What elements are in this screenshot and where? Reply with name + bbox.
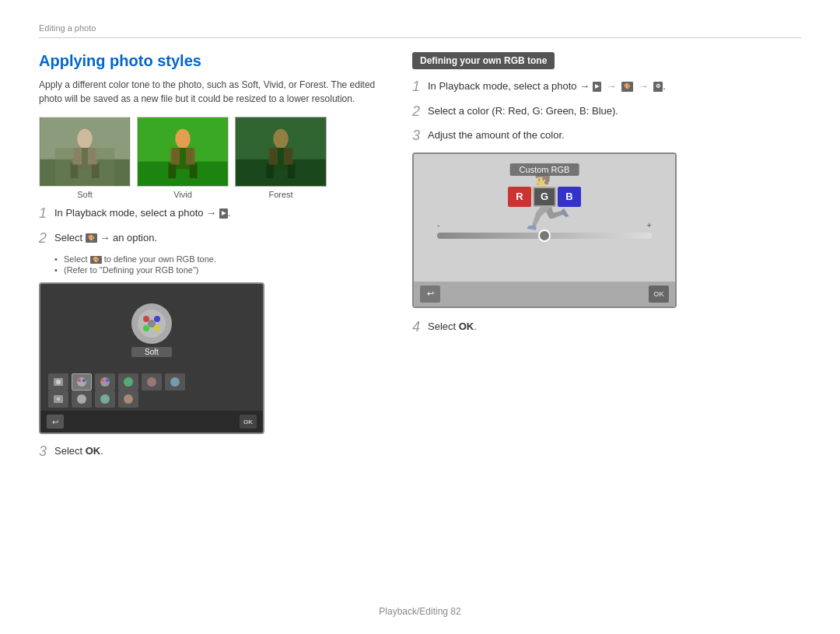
svg-rect-15 — [170, 148, 180, 165]
left-step-3: 3 Select OK. — [39, 443, 381, 461]
palette-area: Soft — [131, 303, 172, 357]
slider-minus: - — [437, 220, 440, 229]
photo-forest-label: Forest — [268, 190, 292, 199]
palette-icon-large — [131, 303, 172, 344]
slider-plus: + — [647, 220, 652, 229]
svg-rect-21 — [266, 163, 274, 179]
cam-bottom-bar: ↩ OK — [40, 411, 263, 433]
svg-rect-8 — [88, 148, 97, 165]
playback-icon-right: ▶ — [593, 82, 601, 92]
bullet-list: Select 🎨 to define your own RGB tone. (R… — [54, 254, 381, 275]
right-step-text-2: Select a color (R: Red, G: Green, B: Blu… — [428, 103, 618, 119]
svg-point-40 — [147, 377, 156, 387]
cam-icon-forest — [118, 373, 138, 391]
icon-row-bottom — [48, 391, 255, 408]
svg-rect-24 — [284, 148, 293, 165]
svg-point-39 — [124, 377, 133, 387]
right-step-1: 1 In Playback mode, select a photo → ▶ →… — [412, 79, 801, 96]
rgb-buttons-row: R G B — [508, 187, 581, 207]
ok-label-left: OK — [86, 445, 101, 457]
svg-point-30 — [148, 320, 156, 328]
cam-icon-b3 — [95, 391, 115, 408]
right-step-text-3: Adjust the amount of the color. — [428, 128, 565, 143]
photo-soft: Soft — [39, 117, 131, 199]
cam-icon-b4 — [118, 391, 138, 408]
cam-back-button[interactable]: ↩ — [47, 415, 64, 429]
rgb-button-b[interactable]: B — [558, 187, 581, 207]
rgb-back-button[interactable]: ↩ — [420, 285, 440, 303]
camera-ui-left: Soft — [39, 282, 264, 434]
rgb-cam-bottom-bar: ↩ OK — [414, 282, 675, 306]
step-text-3: Select OK. — [54, 443, 103, 459]
right-step-num-3: 3 — [412, 128, 425, 145]
photo-vivid-label: Vivid — [173, 190, 192, 199]
step-num-1: 1 — [39, 205, 51, 222]
svg-point-11 — [175, 129, 191, 149]
rgb-slider-labels: - + — [437, 220, 652, 229]
rgb-slider-track[interactable] — [437, 233, 652, 239]
svg-point-19 — [273, 129, 289, 149]
playback-icon-1: ▶ — [219, 208, 228, 219]
rgb-button-g[interactable]: G — [533, 187, 556, 207]
camera-ui-inner: Soft — [40, 284, 263, 433]
photo-forest-box — [235, 117, 327, 187]
svg-point-41 — [170, 377, 180, 387]
svg-point-46 — [124, 394, 133, 404]
svg-rect-14 — [190, 163, 198, 179]
svg-rect-6 — [92, 163, 100, 179]
right-step-num-4: 4 — [412, 319, 425, 336]
right-step-4: 4 Select OK. — [412, 319, 801, 336]
step-text-2: Select 🎨 → an option. — [54, 230, 157, 246]
svg-rect-13 — [168, 163, 176, 179]
svg-point-45 — [100, 394, 110, 404]
palette-label: Soft — [131, 347, 172, 357]
cam-ok-button[interactable]: OK — [240, 415, 257, 429]
bullet-item-1: Select 🎨 to define your own RGB tone. — [54, 254, 381, 264]
svg-point-34 — [78, 379, 81, 382]
svg-rect-5 — [70, 163, 78, 179]
right-step-text-4: Select OK. — [428, 319, 477, 335]
rgb-title-bar: Custom RGB — [510, 163, 579, 176]
right-step-num-2: 2 — [412, 103, 425, 121]
bullet-item-2: (Refer to "Defining your RGB tone") — [54, 265, 381, 275]
right-step-num-1: 1 — [412, 79, 425, 96]
photo-soft-label: Soft — [77, 190, 93, 199]
cam-icon-b1 — [48, 391, 68, 408]
right-step-text-1: In Playback mode, select a photo → ▶ → 🎨… — [428, 79, 666, 94]
photo-soft-box — [39, 117, 131, 187]
arrow-1: → — [606, 80, 619, 92]
photo-vivid: Vivid — [137, 117, 229, 199]
step-num-2: 2 — [39, 230, 51, 247]
svg-rect-22 — [288, 163, 296, 179]
rgb-section-header: Defining your own RGB tone — [412, 52, 555, 69]
step-text-1: In Playback mode, select a photo → ▶. — [54, 205, 230, 221]
right-step-2: 2 Select a color (R: Red, G: Green, B: B… — [412, 103, 801, 121]
svg-rect-7 — [72, 148, 82, 165]
svg-point-32 — [56, 380, 61, 384]
svg-point-37 — [101, 379, 104, 382]
rgb-slider-thumb[interactable] — [538, 229, 551, 242]
cam-icon-soft — [72, 373, 92, 391]
left-step-2: 2 Select 🎨 → an option. — [39, 230, 381, 247]
ok-label-right: OK — [459, 321, 474, 332]
left-column: Applying photo styles Apply a different … — [39, 52, 381, 468]
right-step-3: 3 Adjust the amount of the color. — [412, 128, 801, 145]
cam-icon-normal — [48, 373, 68, 391]
rgb-slider-area: - + — [437, 220, 652, 239]
palette-icon-inline: 🎨 — [86, 233, 97, 243]
rgb-button-r[interactable]: R — [508, 187, 531, 207]
left-step-1: 1 In Playback mode, select a photo → ▶. — [39, 205, 381, 222]
svg-point-44 — [77, 394, 86, 404]
rgb-inner: 🏃 Custom RGB R G B - + — [414, 154, 675, 306]
intro-text: Apply a different color tone to the phot… — [39, 78, 381, 106]
svg-point-33 — [77, 377, 86, 387]
svg-rect-23 — [268, 148, 278, 165]
section-title: Applying photo styles — [39, 52, 381, 70]
right-column: Defining your own RGB tone 1 In Playback… — [412, 52, 801, 468]
rgb-ok-button[interactable]: OK — [649, 285, 669, 303]
photo-forest: Forest — [235, 117, 327, 199]
page-footer: Playback/Editing 82 — [379, 606, 460, 617]
photo-edit-icon: 🎨 — [621, 82, 633, 92]
photo-vivid-box — [137, 117, 229, 187]
rgb-icon: ⚙ — [653, 82, 663, 92]
